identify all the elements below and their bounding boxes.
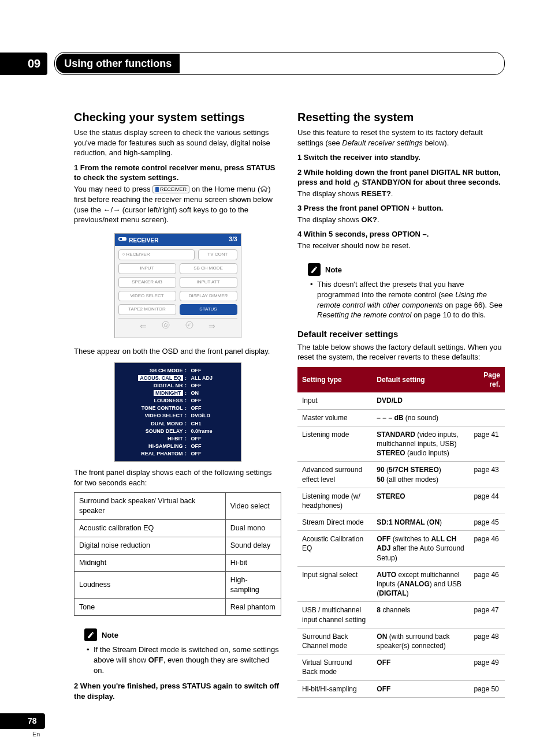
- defaults-intro: The table below shows the factory defaul…: [297, 342, 505, 362]
- chapter-number: 09: [0, 53, 47, 75]
- note-item: If the Stream Direct mode is switched on…: [87, 645, 281, 675]
- cursor-arrows-icon: ←/→: [103, 205, 121, 214]
- osd-cell-status-active: STATUS: [180, 304, 237, 315]
- cell-setting-type: Master volume: [297, 409, 372, 426]
- cell-setting-type: Stream Direct mode: [297, 514, 372, 531]
- txt: on the Home menu (: [192, 185, 260, 193]
- page-lang: En: [32, 730, 45, 739]
- arrow-right-icon: ⇒: [209, 321, 215, 332]
- r-step4: 4 Within 5 seconds, press OPTION –.: [297, 229, 505, 239]
- th-page-ref: Page ref.: [469, 367, 505, 392]
- txt: The display shows: [297, 215, 362, 224]
- cell-default: OFF (switches to ALL CH ADJ after the Au…: [372, 531, 469, 567]
- cell-setting-type: Acoustic Calibration EQ: [297, 531, 372, 567]
- page-footer: 78 En: [0, 713, 45, 739]
- table-row: Acoustic calibration EQDual mono: [75, 520, 281, 537]
- osd-list-row: VIDEO SELECT:DVD/LD: [121, 412, 235, 419]
- table-row: Surround back speaker/ Virtual back spea…: [75, 493, 281, 520]
- cell-setting-type: USB / multichannel input channel setting: [297, 602, 372, 628]
- table-row: Surround Back Channel modeON (with surro…: [297, 628, 505, 654]
- osd-cell: TAPE2 MONITOR: [118, 304, 176, 315]
- table-row: MidnightHi-bit: [75, 554, 281, 571]
- cell-page-ref: page 49: [469, 654, 505, 680]
- r-step3-sub: The display shows OK?.: [297, 215, 505, 225]
- osd-list-row: HI-SAMPLING:OFF: [121, 443, 235, 450]
- osd-cell: TV CONT: [198, 249, 237, 260]
- table-row: USB / multichannel input channel setting…: [297, 602, 505, 628]
- cell-default: SD:1 NORMAL (ON): [372, 514, 469, 531]
- osd-list-row: TONE CONTROL:OFF: [121, 405, 235, 411]
- osd-list-row: SB CH MODE:OFF: [121, 367, 235, 374]
- table-row: Listening modeSTANDARD (video inputs, mu…: [297, 426, 505, 462]
- remote-icon: [118, 235, 128, 242]
- heading-checking: Checking your system settings: [74, 110, 281, 125]
- osd-page: 3/3: [229, 235, 237, 245]
- table-row: Hi-bit/Hi-samplingOFFpage 50: [297, 680, 505, 697]
- osd-list-row: LOUDNESS:OFF: [121, 397, 235, 404]
- cell-page-ref: page 46: [469, 531, 505, 567]
- osd-list-row: SOUND DELAY:0.0frame: [121, 428, 235, 435]
- osd-cell: SB CH MODE: [180, 263, 237, 274]
- osd-cell: VIDEO SELECT: [118, 291, 176, 302]
- osd-cell: INPUT ATT: [180, 277, 237, 288]
- cell-default: 90 (5/7CH STEREO)50 (all other modes): [372, 462, 469, 488]
- r-step1: 1 Switch the receiver into standby.: [297, 152, 505, 163]
- cell-page-ref: page 45: [469, 514, 505, 531]
- osd-settings-list: SB CH MODE:OFFACOUS. CAL EQ:ALL ADJDIGIT…: [114, 362, 241, 462]
- page-number: 78: [0, 713, 45, 729]
- table-row: LoudnessHigh-sampling: [75, 571, 281, 598]
- step1-sub: You may need to press RECEIVER on the Ho…: [74, 184, 281, 225]
- intro-left: Use the status display screen to check t…: [74, 128, 281, 158]
- txt: .: [391, 189, 393, 198]
- cell-setting-type: Input: [297, 392, 372, 409]
- osd-cell: INPUT: [118, 263, 176, 274]
- table-cell: Midnight: [75, 554, 226, 571]
- svg-point-2: [162, 321, 169, 328]
- chapter-title-pill: Using other functions: [54, 52, 505, 75]
- table-row: Acoustic Calibration EQOFF (switches to …: [297, 531, 505, 567]
- txt: .: [377, 215, 379, 224]
- cell-default: AUTO except multichannel inputs (ANALOG)…: [372, 566, 469, 602]
- r-step4-sub: The receiver should now be reset.: [297, 241, 505, 251]
- back-nav-icon: [185, 321, 193, 332]
- power-icon: [353, 179, 360, 186]
- txt: below).: [423, 139, 449, 147]
- table-cell: High-sampling: [225, 571, 281, 598]
- note-list-right: This doesn't affect the presets that you…: [310, 279, 505, 320]
- r-step3: 3 Press the front panel OPTION + button.: [297, 203, 505, 214]
- txt: on page 66). See: [443, 301, 502, 309]
- cell-page-ref: page 43: [469, 462, 505, 488]
- osd-list-row: HI-BIT:OFF: [121, 435, 235, 442]
- th-setting-type: Setting type: [297, 367, 372, 392]
- osd-list-row: ACOUS. CAL EQ:ALL ADJ: [121, 375, 235, 381]
- after-list: The front panel display shows each of th…: [74, 467, 281, 488]
- cell-setting-type: Virtual Surround Back mode: [297, 654, 372, 680]
- cell-page-ref: page 46: [469, 566, 505, 602]
- osd-receiver-menu: RECEIVER 3/3 ○ RECEIVER TV CONT INPUT SB…: [114, 233, 241, 338]
- table-row: InputDVD/LD: [297, 392, 505, 409]
- table-row: Master volume– – – dB (no sound): [297, 409, 505, 426]
- cell-setting-type: Listening mode: [297, 426, 372, 462]
- r-step2-sub: The display shows RESET?.: [297, 189, 505, 199]
- cell-default: OFF: [372, 680, 469, 697]
- table-cell: Surround back speaker/ Virtual back spea…: [75, 493, 226, 520]
- note-icon: [84, 628, 97, 641]
- settings-pair-table: Surround back speaker/ Virtual back spea…: [74, 492, 281, 616]
- cell-page-ref: page 50: [469, 680, 505, 697]
- note-label: Note: [102, 630, 118, 641]
- cell-default: STANDARD (video inputs, multichannel inp…: [372, 426, 469, 462]
- home-icon: [260, 185, 268, 195]
- osd-cell: DISPLAY DIMMER: [180, 291, 237, 302]
- table-cell: Tone: [75, 598, 226, 616]
- cell-default: OFF: [372, 654, 469, 680]
- receiver-remote-button: RECEIVER: [152, 185, 189, 193]
- osd-list-row: DIGITAL NR:OFF: [121, 382, 235, 389]
- table-row: Stream Direct modeSD:1 NORMAL (ON)page 4…: [297, 514, 505, 531]
- heading-resetting: Resetting the system: [297, 110, 505, 125]
- osd-title: RECEIVER: [129, 237, 158, 244]
- cell-page-ref: [469, 392, 505, 409]
- cell-setting-type: Surround Back Channel mode: [297, 628, 372, 654]
- svg-rect-1: [120, 238, 122, 240]
- txt-em: Resetting the remote control: [317, 310, 411, 319]
- cell-page-ref: page 48: [469, 628, 505, 654]
